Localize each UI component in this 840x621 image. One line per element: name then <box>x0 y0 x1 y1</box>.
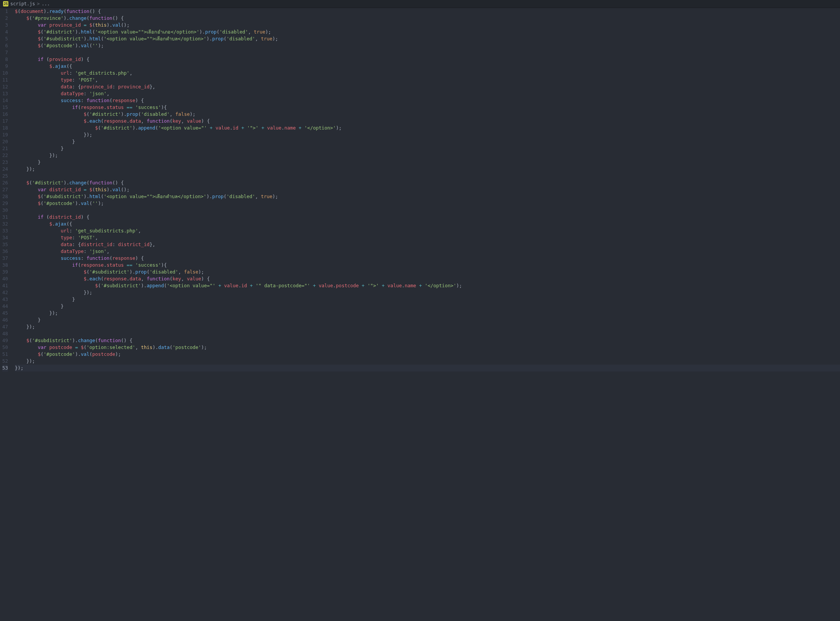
line-number[interactable]: 23 <box>2 159 8 166</box>
line-number[interactable]: 38 <box>2 262 8 269</box>
line-number[interactable]: 35 <box>2 241 8 248</box>
line-number[interactable]: 28 <box>2 193 8 200</box>
line-number[interactable]: 17 <box>2 118 8 125</box>
line-number[interactable]: 20 <box>2 138 8 145</box>
line-number[interactable]: 51 <box>2 351 8 358</box>
code-line[interactable]: $('#postcode').val(postcode); <box>15 351 840 358</box>
line-number[interactable]: 31 <box>2 214 8 221</box>
line-number[interactable]: 21 <box>2 145 8 152</box>
code-line[interactable]: }); <box>15 310 840 317</box>
line-number[interactable]: 15 <box>2 104 8 111</box>
code-line[interactable]: } <box>15 138 840 145</box>
line-number[interactable]: 19 <box>2 131 8 138</box>
line-number[interactable]: 18 <box>2 125 8 131</box>
code-line[interactable] <box>15 330 840 337</box>
code-line[interactable]: $.ajax({ <box>15 63 840 70</box>
code-line[interactable]: dataType: 'json', <box>15 248 840 255</box>
line-number[interactable]: 5 <box>2 35 8 42</box>
line-number[interactable]: 6 <box>2 42 8 49</box>
code-line[interactable]: $('#subdistrict').html('<option value=""… <box>15 193 840 200</box>
code-line[interactable]: dataType: 'json', <box>15 90 840 97</box>
line-number[interactable]: 52 <box>2 358 8 365</box>
line-number[interactable]: 30 <box>2 207 8 214</box>
line-number[interactable]: 2 <box>2 15 8 22</box>
code-line[interactable]: if(response.status == 'success'){ <box>15 262 840 269</box>
code-line[interactable]: if (province_id) { <box>15 56 840 63</box>
line-number[interactable]: 40 <box>2 275 8 282</box>
code-line[interactable]: type: 'POST', <box>15 234 840 241</box>
code-line[interactable]: success: function(response) { <box>15 97 840 104</box>
code-line[interactable]: } <box>15 296 840 303</box>
line-number[interactable]: 37 <box>2 255 8 262</box>
code-line[interactable]: success: function(response) { <box>15 255 840 262</box>
line-number[interactable]: 8 <box>2 56 8 63</box>
code-line[interactable]: $.ajax({ <box>15 221 840 227</box>
line-number[interactable]: 4 <box>2 29 8 35</box>
code-line[interactable]: $('#subdistrict').append('<option value=… <box>15 282 840 289</box>
line-number[interactable]: 48 <box>2 330 8 337</box>
code-line[interactable]: }); <box>15 289 840 296</box>
breadcrumb[interactable]: JS script.js > ... <box>0 0 840 8</box>
code-line[interactable]: if (district_id) { <box>15 214 840 221</box>
line-number[interactable]: 53 <box>2 365 8 371</box>
code-line[interactable]: data: {district_id: district_id}, <box>15 241 840 248</box>
line-number[interactable]: 12 <box>2 83 8 90</box>
line-number[interactable]: 1 <box>2 8 8 15</box>
code-line[interactable]: }); <box>15 152 840 159</box>
code-line[interactable]: $('#postcode').val(''); <box>15 200 840 207</box>
code-line[interactable]: $('#district').prop('disabled', false); <box>15 111 840 118</box>
line-number[interactable]: 34 <box>2 234 8 241</box>
line-number[interactable]: 41 <box>2 282 8 289</box>
line-number[interactable]: 43 <box>2 296 8 303</box>
line-number-gutter[interactable]: 1234567891011121314151617181920212223242… <box>0 8 14 371</box>
code-line[interactable]: }); <box>15 323 840 330</box>
code-line[interactable]: url: 'get_subdistricts.php', <box>15 227 840 234</box>
code-line[interactable]: var postcode = $('option:selected', this… <box>15 344 840 351</box>
line-number[interactable]: 44 <box>2 303 8 310</box>
line-number[interactable]: 27 <box>2 186 8 193</box>
line-number[interactable]: 49 <box>2 337 8 344</box>
code-editor[interactable]: 1234567891011121314151617181920212223242… <box>0 8 840 371</box>
code-line[interactable]: $('#subdistrict').change(function() { <box>15 337 840 344</box>
code-area[interactable]: $(document).ready(function() { $('#provi… <box>14 8 840 371</box>
code-line[interactable]: }); <box>15 131 840 138</box>
line-number[interactable]: 11 <box>2 77 8 83</box>
code-line[interactable]: $.each(response.data, function(key, valu… <box>15 275 840 282</box>
line-number[interactable]: 47 <box>2 323 8 330</box>
code-line[interactable] <box>15 49 840 56</box>
code-line[interactable]: type: 'POST', <box>15 77 840 83</box>
line-number[interactable]: 13 <box>2 90 8 97</box>
code-line[interactable]: } <box>15 159 840 166</box>
line-number[interactable]: 32 <box>2 221 8 227</box>
code-line[interactable]: $('#subdistrict').html('<option value=""… <box>15 35 840 42</box>
code-line[interactable]: }); <box>15 358 840 365</box>
code-line[interactable]: } <box>15 145 840 152</box>
code-line[interactable]: var province_id = $(this).val(); <box>15 22 840 29</box>
line-number[interactable]: 42 <box>2 289 8 296</box>
code-line[interactable]: $('#subdistrict').prop('disabled', false… <box>15 269 840 275</box>
line-number[interactable]: 10 <box>2 70 8 77</box>
line-number[interactable]: 3 <box>2 22 8 29</box>
line-number[interactable]: 16 <box>2 111 8 118</box>
code-line[interactable]: var district_id = $(this).val(); <box>15 186 840 193</box>
code-line[interactable]: $.each(response.data, function(key, valu… <box>15 118 840 125</box>
line-number[interactable]: 36 <box>2 248 8 255</box>
code-line[interactable]: data: {province_id: province_id}, <box>15 83 840 90</box>
code-line[interactable]: $('#district').change(function() { <box>15 179 840 186</box>
code-line[interactable]: } <box>15 317 840 323</box>
code-line[interactable]: $('#postcode').val(''); <box>15 42 840 49</box>
code-line[interactable] <box>15 207 840 214</box>
code-line[interactable]: $('#province').change(function() { <box>15 15 840 22</box>
line-number[interactable]: 14 <box>2 97 8 104</box>
line-number[interactable]: 33 <box>2 227 8 234</box>
line-number[interactable]: 9 <box>2 63 8 70</box>
code-line[interactable]: $('#district').append('<option value="' … <box>15 125 840 131</box>
code-line[interactable] <box>15 173 840 179</box>
code-line[interactable]: if(response.status == 'success'){ <box>15 104 840 111</box>
line-number[interactable]: 45 <box>2 310 8 317</box>
code-line[interactable]: url: 'get_districts.php', <box>15 70 840 77</box>
line-number[interactable]: 39 <box>2 269 8 275</box>
line-number[interactable]: 7 <box>2 49 8 56</box>
line-number[interactable]: 29 <box>2 200 8 207</box>
line-number[interactable]: 50 <box>2 344 8 351</box>
